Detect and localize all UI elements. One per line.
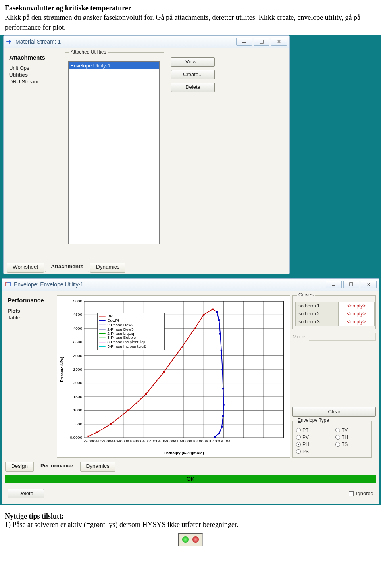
svg-rect-53 <box>218 319 220 321</box>
side-heading-performance: Performance <box>8 297 50 304</box>
svg-text:1000: 1000 <box>73 408 83 412</box>
envelope-type-legend: Envelope Type <box>296 417 331 423</box>
svg-text:BP: BP <box>107 314 113 318</box>
curve-value[interactable]: <empty> <box>338 310 374 318</box>
envelope-type-radio[interactable]: PT <box>296 427 329 433</box>
svg-text:DewPt: DewPt <box>107 318 119 322</box>
svg-rect-43 <box>110 423 112 425</box>
envelope-type-radio[interactable]: TH <box>335 434 368 440</box>
svg-rect-1 <box>260 40 263 43</box>
svg-text:Pressure (kPa): Pressure (kPa) <box>60 357 64 382</box>
svg-rect-56 <box>221 369 223 370</box>
tab[interactable]: Design <box>5 462 34 472</box>
envelope-type-radio[interactable]: PS <box>296 449 329 454</box>
svg-text:3-Phase IncipientLiq2: 3-Phase IncipientLiq2 <box>107 344 146 348</box>
sidebar-item[interactable]: Utilities <box>9 71 60 78</box>
envelope-type-group: Envelope Type PTTVPVTHPHTSPS <box>292 421 372 458</box>
window-maximize-button[interactable] <box>254 38 269 46</box>
model-readonly-field <box>309 333 376 341</box>
tab[interactable]: Worksheet <box>7 263 44 273</box>
svg-text:3500: 3500 <box>73 340 83 344</box>
ignored-checkbox[interactable]: Ignored <box>349 490 373 496</box>
window-maximize-button[interactable] <box>343 281 359 288</box>
svg-rect-57 <box>222 388 224 389</box>
create-button[interactable]: Create... <box>171 70 215 79</box>
tab-strip-material: WorksheetAttachmentsDynamics <box>4 263 289 274</box>
footer-line-1: 1) Påse at solveren er aktiv (=grønt lys… <box>5 521 376 529</box>
svg-rect-44 <box>127 409 129 411</box>
svg-text:0.0000: 0.0000 <box>70 436 82 440</box>
tab[interactable]: Dynamics <box>80 462 115 472</box>
tab-strip-envelope: DesignPerformanceDynamics <box>2 462 379 473</box>
svg-rect-55 <box>221 350 223 351</box>
doc-heading: Fasekonvolutter og kritiske temperaturer <box>5 3 376 13</box>
svg-text:2500: 2500 <box>73 367 83 371</box>
svg-text:2-Phase Dew2: 2-Phase Dew2 <box>107 323 133 327</box>
svg-text:Enthalpy (kJ/kgmole): Enthalpy (kJ/kgmole) <box>164 451 204 455</box>
curve-label: Isotherm 1 <box>296 302 339 310</box>
svg-text:3-Phase Bubble: 3-Phase Bubble <box>107 336 136 340</box>
svg-rect-49 <box>203 314 205 315</box>
svg-rect-52 <box>216 311 218 313</box>
phase-envelope-chart: 0.00005001000150020002500300035004000450… <box>57 295 290 458</box>
view-button[interactable]: View... <box>171 57 215 67</box>
svg-rect-54 <box>219 333 221 334</box>
svg-text:5000: 5000 <box>73 299 83 303</box>
window-minimize-button[interactable] <box>326 281 342 288</box>
svg-text:4000: 4000 <box>73 326 83 330</box>
window-close-button[interactable] <box>271 38 287 46</box>
sidebar-item[interactable]: Table <box>8 314 50 321</box>
svg-text:2-Phase LiqLiq: 2-Phase LiqLiq <box>107 331 134 335</box>
envelope-type-radio[interactable]: TS <box>335 442 368 447</box>
delete-attached-button[interactable]: Delete <box>171 83 215 92</box>
svg-rect-3 <box>350 283 353 286</box>
svg-text:2000: 2000 <box>73 381 83 385</box>
envelope-util-icon <box>4 281 12 288</box>
window-material-stream: Material Stream: 1 Attachments Unit OpsU… <box>3 35 290 274</box>
svg-rect-0 <box>242 42 246 43</box>
curve-label: Isotherm 3 <box>296 318 339 326</box>
green-lamp-icon <box>182 536 189 543</box>
sidebar-item[interactable]: Unit Ops <box>9 65 60 71</box>
sidebar-item[interactable]: DRU Stream <box>9 78 60 85</box>
delete-envelope-button[interactable]: Delete <box>8 489 44 498</box>
svg-rect-59 <box>222 415 224 417</box>
svg-text:-9.000e+04000e+04000e+04000e+0: -9.000e+04000e+04000e+04000e+04000e+0400… <box>84 439 231 443</box>
curves-legend: Curves <box>297 292 315 298</box>
sidebar-list: Unit OpsUtilitiesDRU Stream <box>9 65 60 85</box>
clear-button[interactable]: Clear <box>292 407 376 417</box>
envelope-type-radio[interactable]: TV <box>335 427 368 433</box>
curve-label: Isotherm 2 <box>296 310 339 318</box>
status-ok-bar: OK <box>5 475 376 483</box>
svg-rect-45 <box>145 393 147 395</box>
svg-rect-41 <box>88 436 90 437</box>
tab[interactable]: Attachments <box>45 263 89 272</box>
window-envelope-utility: Envelope: Envelope Utility-1 Performance… <box>2 278 379 504</box>
svg-rect-58 <box>223 404 225 406</box>
window-title-envelope: Envelope: Envelope Utility-1 <box>14 281 83 288</box>
red-lamp-icon <box>192 536 199 543</box>
svg-text:1500: 1500 <box>73 394 83 398</box>
footer-heading: Nyttige tips tilslutt: <box>5 512 376 521</box>
svg-rect-62 <box>214 436 216 438</box>
svg-rect-47 <box>181 347 183 348</box>
envelope-type-radio[interactable]: PV <box>296 434 329 440</box>
tab[interactable]: Performance <box>35 462 79 471</box>
attached-utilities-list[interactable]: Envelope Utility-1 <box>68 61 160 244</box>
window-close-button[interactable] <box>361 281 377 288</box>
curve-value[interactable]: <empty> <box>338 302 374 310</box>
sidebar-item[interactable]: Plots <box>8 307 50 314</box>
curves-table[interactable]: Isotherm 1<empty>Isotherm 2<empty>Isothe… <box>295 302 375 326</box>
window-minimize-button[interactable] <box>236 38 252 46</box>
curve-value[interactable]: <empty> <box>338 318 374 326</box>
window-title: Material Stream: 1 <box>15 38 61 45</box>
side-heading-attachments: Attachments <box>9 54 60 61</box>
envelope-type-radio[interactable]: PH <box>296 442 329 447</box>
svg-rect-61 <box>218 433 220 434</box>
svg-rect-46 <box>163 371 165 373</box>
model-label: Model <box>292 334 306 340</box>
tab[interactable]: Dynamics <box>90 263 125 273</box>
svg-text:2-Phase Dew3: 2-Phase Dew3 <box>107 327 133 331</box>
list-item-envelope-utility[interactable]: Envelope Utility-1 <box>69 62 159 69</box>
svg-rect-60 <box>221 426 223 428</box>
